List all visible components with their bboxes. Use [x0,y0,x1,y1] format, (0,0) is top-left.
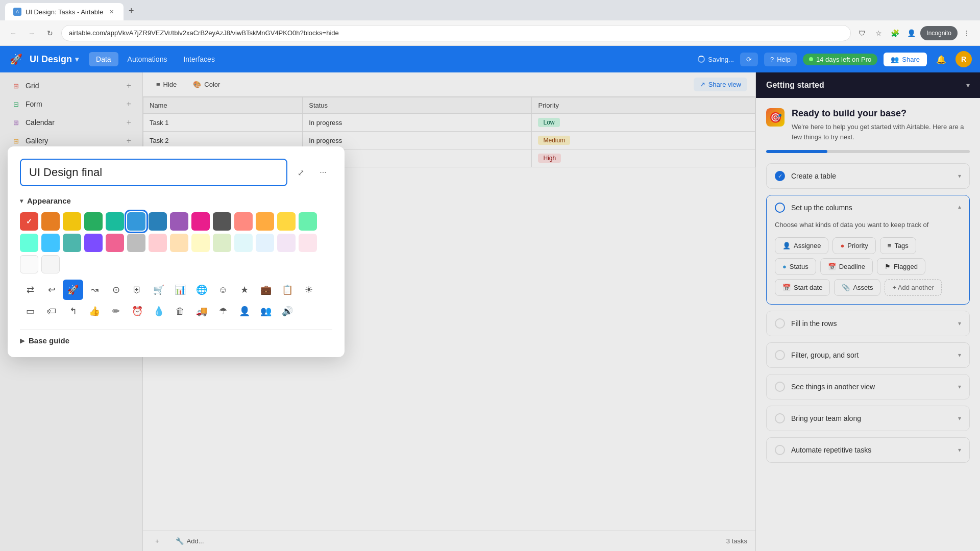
form-add-button[interactable]: + [127,99,131,109]
col-btn-priority[interactable]: ● Priority [832,237,875,254]
icon-btn-23[interactable]: ☂ [213,301,233,321]
color-swatch-22[interactable] [191,234,210,252]
icon-btn-9[interactable]: ☺ [213,280,233,300]
gs-item-create-table-header[interactable]: ✓ Create a table ▾ [767,164,969,188]
grid-add-button[interactable]: + [127,81,131,90]
color-swatch-17[interactable] [84,234,103,252]
color-swatch-1[interactable] [41,212,60,231]
col-btn-assignee[interactable]: 👤 Assignee [775,237,828,254]
color-swatch-3[interactable] [84,212,103,231]
color-button[interactable]: 🎨 Color [188,78,225,91]
color-swatch-6[interactable] [149,212,167,231]
col-btn-flagged[interactable]: ⚑ Flagged [877,258,925,275]
star-icon[interactable]: ☆ [871,26,886,40]
color-swatch-7[interactable] [170,212,188,231]
color-swatch-20[interactable] [149,234,167,252]
extension-icon[interactable]: 🧩 [888,26,902,40]
base-guide[interactable]: ▶ Base guide [20,336,332,345]
incognito-button[interactable]: Incognito [920,26,958,40]
nav-interfaces[interactable]: Interfaces [176,52,222,66]
icon-btn-15[interactable]: 🏷 [41,301,62,321]
address-bar[interactable]: airtable.com/appVkvA7jZR9VEZVr/tblv2xaCr… [61,25,851,41]
gs-item-setup-columns-header[interactable]: Set up the columns ▾ [767,195,969,220]
color-swatch-24[interactable] [234,234,253,252]
icon-btn-10[interactable]: ★ [234,280,255,300]
icon-btn-3[interactable]: ↝ [84,280,105,300]
add-row-button[interactable]: + [151,535,163,547]
app-title[interactable]: UI Design ▾ [30,54,79,65]
gs-item-fill-rows-header[interactable]: Fill in the rows ▾ [767,311,969,336]
color-swatch-8[interactable] [191,212,210,231]
icon-btn-1[interactable]: ↩ [41,280,62,300]
gs-collapse-button[interactable]: ▾ [966,81,970,89]
icon-btn-2[interactable]: 🚀 [63,280,83,300]
color-swatch-29[interactable] [41,255,60,273]
rename-input[interactable] [20,159,287,186]
add-another-button[interactable]: + Add another [885,279,941,296]
color-swatch-21[interactable] [170,234,188,252]
color-swatch-28[interactable] [20,255,38,273]
color-swatch-12[interactable] [277,212,296,231]
nav-automations[interactable]: Automations [120,52,175,66]
hide-button[interactable]: ≡ Hide [151,78,182,91]
icon-btn-4[interactable]: ⊙ [106,280,126,300]
more-options-button[interactable]: ··· [314,163,332,182]
icon-btn-7[interactable]: 📊 [170,280,190,300]
add-button[interactable]: 🔧 Add... [172,535,208,547]
col-status[interactable]: Status [303,97,532,114]
color-swatch-14[interactable] [20,234,38,252]
gs-item-another-view-header[interactable]: See things in another view ▾ [767,374,969,399]
help-button[interactable]: ? Help [764,53,797,66]
color-swatch-23[interactable] [213,234,231,252]
gs-item-automate-header[interactable]: Automate repetitive tasks ▾ [767,438,969,462]
icon-btn-8[interactable]: 🌐 [191,280,212,300]
active-tab[interactable]: A UI Design: Tasks - Airtable ✕ [5,3,124,20]
icon-btn-0[interactable]: ⇄ [20,280,40,300]
icon-btn-12[interactable]: 📋 [277,280,298,300]
icon-btn-22[interactable]: 🚚 [191,301,212,321]
user-avatar[interactable]: R [955,51,972,67]
icon-btn-11[interactable]: 💼 [256,280,276,300]
icon-btn-13[interactable]: ☀ [299,280,319,300]
cell-priority[interactable]: Low [532,114,755,132]
color-swatch-16[interactable] [63,234,81,252]
back-button[interactable]: ← [6,26,20,40]
appearance-header[interactable]: ▾ Appearance [20,196,332,205]
color-swatch-15[interactable] [41,234,60,252]
color-swatch-9[interactable] [213,212,231,231]
icon-btn-5[interactable]: ⛨ [127,280,148,300]
color-swatch-27[interactable] [299,234,317,252]
share-view-button[interactable]: ↗ Share view [694,78,747,91]
color-swatch-18[interactable] [106,234,124,252]
history-button[interactable]: ⟳ [740,53,758,66]
gallery-add-button[interactable]: + [127,136,131,145]
cell-status[interactable]: In progress [303,114,532,132]
color-swatch-2[interactable] [63,212,81,231]
calendar-add-button[interactable]: + [127,118,131,127]
cell-priority[interactable]: Medium [532,132,755,149]
sidebar-item-calendar[interactable]: ⊞ Calendar + [3,114,139,131]
icon-btn-20[interactable]: 💧 [149,301,169,321]
icon-btn-17[interactable]: 👍 [84,301,105,321]
cell-priority[interactable]: High [532,149,755,167]
sidebar-item-form[interactable]: ⊟ Form + [3,95,139,113]
icon-btn-26[interactable]: 🔊 [277,301,298,321]
color-swatch-13[interactable] [299,212,317,231]
icon-btn-18[interactable]: ✏ [106,301,126,321]
cell-name[interactable]: Task 1 [143,114,303,132]
tab-close[interactable]: ✕ [107,8,115,16]
icon-btn-19[interactable]: ⏰ [127,301,148,321]
icon-btn-16[interactable]: ↰ [63,301,83,321]
col-btn-status[interactable]: ● Status [775,258,816,275]
share-button[interactable]: 👥 Share [884,53,927,66]
color-swatch-10[interactable] [234,212,253,231]
col-btn-deadline[interactable]: 📅 Deadline [820,258,873,275]
color-swatch-5[interactable] [127,212,145,231]
icon-btn-6[interactable]: 🛒 [149,280,169,300]
sidebar-item-grid[interactable]: ⊞ Grid + [3,77,139,94]
color-swatch-11[interactable] [256,212,274,231]
profile-icon[interactable]: 👤 [904,26,918,40]
expand-button[interactable]: ⤢ [291,163,310,182]
gs-item-team-header[interactable]: Bring your team along ▾ [767,406,969,431]
col-name[interactable]: Name [143,97,303,114]
